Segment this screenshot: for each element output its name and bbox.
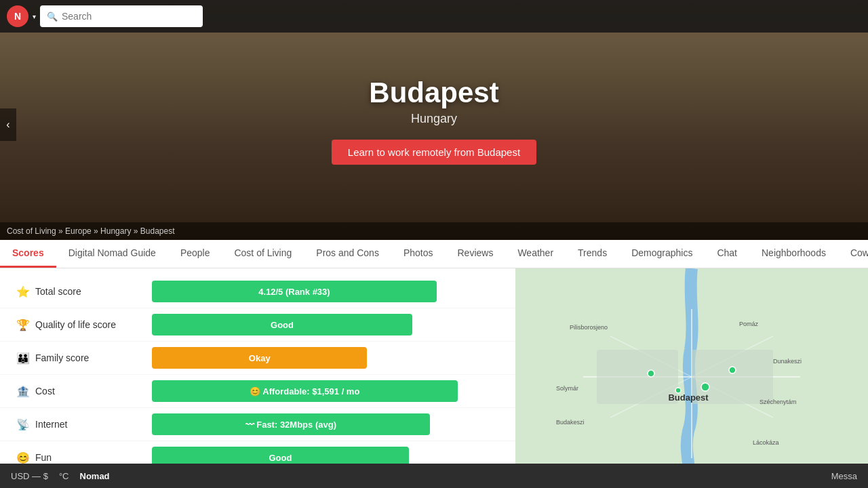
score-row-quality: 🏆 Quality of life score Good: [0, 308, 515, 342]
hero-section: Budapest Hungary Learn to work remotely …: [0, 0, 868, 241]
score-label-quality: 🏆 Quality of life score: [16, 319, 152, 331]
score-bar-cost[interactable]: 😊 Affordable: $1,591 / mo: [152, 380, 458, 402]
breadcrumb: Cost of Living » Europe » Hungary » Buda…: [7, 226, 175, 236]
learn-remotely-button[interactable]: Learn to work remotely from Budapest: [332, 140, 536, 165]
breadcrumb-hungary[interactable]: Hungary: [100, 226, 131, 236]
score-row-internet: 📡 Internet 〰 Fast: 32Mbps (avg): [0, 408, 515, 441]
trophy-icon: 🏆: [16, 319, 30, 331]
score-bar-area-internet: 〰 Fast: 32Mbps (avg): [152, 413, 499, 435]
tab-reviews[interactable]: Reviews: [446, 240, 506, 268]
internet-icon: 📡: [16, 418, 30, 431]
score-bar-total[interactable]: 4.12/5 (Rank #33): [152, 281, 437, 302]
score-bar-area-quality: Good: [152, 314, 499, 336]
cost-icon: 🏦: [16, 385, 30, 398]
score-row-cost: 🏦 Cost 😊 Affordable: $1,591 / mo: [0, 375, 515, 408]
breadcrumb-bar: Cost of Living » Europe » Hungary » Buda…: [0, 222, 868, 240]
svg-point-8: [701, 383, 709, 391]
score-label-fun: 😊 Fun: [16, 451, 152, 464]
tab-people[interactable]: People: [168, 240, 222, 268]
tab-cost-of-living[interactable]: Cost of Living: [222, 240, 304, 268]
breadcrumb-budapest: Budapest: [140, 226, 175, 236]
score-label-total: ⭐ Total score: [16, 285, 152, 298]
score-label-text: Total score: [35, 286, 81, 297]
tab-coworking[interactable]: Coworking: [838, 240, 868, 268]
svg-rect-5: [597, 350, 678, 404]
score-label-internet: 📡 Internet: [16, 418, 152, 431]
star-icon: ⭐: [16, 285, 30, 298]
search-input[interactable]: [62, 11, 196, 22]
score-label-cost: 🏦 Cost: [16, 385, 152, 398]
scores-panel: ⭐ Total score 4.12/5 (Rank #33) 🏆 Qualit…: [0, 268, 515, 488]
breadcrumb-cost-of-living[interactable]: Cost of Living: [7, 226, 56, 236]
svg-text:Pomáz: Pomáz: [739, 321, 759, 327]
bottom-usd[interactable]: USD — $: [11, 471, 48, 481]
main-area: ⭐ Total score 4.12/5 (Rank #33) 🏆 Qualit…: [0, 268, 868, 488]
score-row-total: ⭐ Total score 4.12/5 (Rank #33): [0, 275, 515, 308]
bottom-celsius[interactable]: °C: [59, 471, 69, 481]
svg-text:Solymár: Solymár: [556, 385, 578, 392]
search-box[interactable]: 🔍: [40, 5, 203, 27]
map-svg: Budapest Pilisborosjeno Pomáz Dunakeszi …: [515, 268, 868, 488]
map-area[interactable]: Budapest Pilisborosjeno Pomáz Dunakeszi …: [515, 268, 868, 488]
score-label-text-family: Family score: [35, 352, 89, 363]
breadcrumb-europe[interactable]: Europe: [65, 226, 92, 236]
bottom-bar: USD — $ °C Nomad Messa: [0, 464, 868, 488]
svg-point-9: [729, 367, 736, 373]
svg-text:Pilisborosjeno: Pilisborosjeno: [570, 324, 608, 331]
city-title: Budapest: [332, 77, 536, 109]
svg-point-11: [675, 388, 681, 393]
score-label-text-fun: Fun: [35, 452, 52, 463]
score-bar-area-family: Okay: [152, 347, 499, 369]
tab-demographics[interactable]: Demographics: [619, 240, 705, 268]
score-label-family: 👪 Family score: [16, 352, 152, 365]
score-bar-quality[interactable]: Good: [152, 314, 412, 336]
score-label-text-internet: Internet: [35, 419, 67, 430]
svg-text:Budapest: Budapest: [668, 392, 709, 403]
tab-chat[interactable]: Chat: [705, 240, 749, 268]
score-bar-family[interactable]: Okay: [152, 347, 367, 369]
search-icon: 🔍: [47, 12, 58, 22]
logo[interactable]: N: [7, 5, 28, 27]
country-subtitle: Hungary: [332, 112, 536, 126]
header: N ▾ 🔍: [0, 0, 868, 33]
svg-point-10: [648, 370, 654, 377]
svg-text:Dunakeszi: Dunakeszi: [773, 358, 802, 365]
fun-icon: 😊: [16, 451, 30, 464]
logo-chevron-icon[interactable]: ▾: [33, 13, 36, 20]
score-label-text-quality: Quality of life score: [35, 319, 116, 330]
score-row-family: 👪 Family score Okay: [0, 342, 515, 375]
tab-trends[interactable]: Trends: [566, 240, 619, 268]
family-icon: 👪: [16, 352, 30, 365]
svg-text:Lácokáza: Lácokáza: [753, 439, 779, 446]
score-bar-area-total: 4.12/5 (Rank #33): [152, 281, 499, 302]
back-arrow-button[interactable]: ‹: [0, 108, 16, 141]
bottom-message[interactable]: Messa: [831, 471, 857, 481]
score-label-text-cost: Cost: [35, 386, 55, 396]
tab-photos[interactable]: Photos: [391, 240, 446, 268]
tab-scores[interactable]: Scores: [0, 240, 56, 268]
nav-tabs: Scores Digital Nomad Guide People Cost o…: [0, 240, 868, 268]
bottom-nomad[interactable]: Nomad: [80, 471, 110, 481]
score-bar-area-cost: 😊 Affordable: $1,591 / mo: [152, 380, 499, 402]
tab-neighborhoods[interactable]: Neighborhoods: [749, 240, 838, 268]
svg-text:Budakeszi: Budakeszi: [556, 419, 585, 426]
tab-pros-and-cons[interactable]: Pros and Cons: [304, 240, 391, 268]
svg-text:Széchenytám: Széchenytám: [760, 399, 797, 405]
tab-weather[interactable]: Weather: [505, 240, 566, 268]
tab-digital-nomad-guide[interactable]: Digital Nomad Guide: [56, 240, 168, 268]
score-bar-internet[interactable]: 〰 Fast: 32Mbps (avg): [152, 413, 430, 435]
